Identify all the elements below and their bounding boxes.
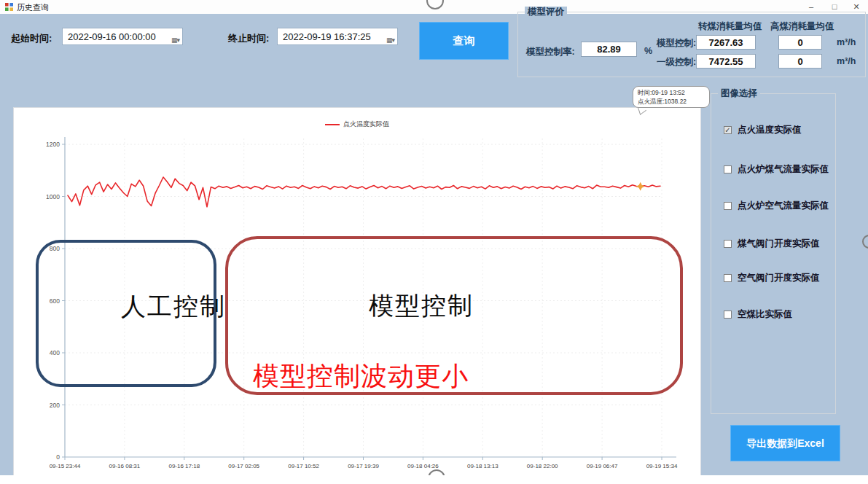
note-text: 模型控制波动更小: [253, 359, 469, 394]
start-time-value: 2022-09-16 00:00:00: [68, 31, 156, 42]
control-rate-unit: %: [644, 46, 652, 56]
end-time-value: 2022-09-19 16:37:25: [283, 31, 371, 42]
svg-text:09-17 19:39: 09-17 19:39: [348, 463, 379, 469]
manual-control-label: 人工控制: [121, 290, 226, 324]
image-selection-title: 图像选择: [718, 88, 760, 98]
window-title: 历史查询: [17, 2, 49, 13]
row1-unit: m³/h: [837, 37, 856, 47]
client-area: 起始时间: 2022-09-16 00:00:00 ▦▾ 终止时间: 2022-…: [0, 14, 868, 475]
end-time-label: 终止时间:: [228, 32, 269, 45]
checkbox-item[interactable]: ✓点火温度实际值: [724, 124, 802, 136]
image-selection-groupbox: 图像选择: [711, 93, 836, 414]
checkbox-label: 点火炉空气流量实际值: [738, 200, 829, 212]
bottom-strip: [0, 475, 868, 484]
row2-unit: m³/h: [837, 56, 856, 66]
svg-text:200: 200: [50, 402, 60, 409]
calendar-dropdown-icon[interactable]: ▦▾: [171, 31, 179, 49]
svg-text:09-16 17:18: 09-16 17:18: [168, 463, 200, 469]
checkbox-unchecked-icon[interactable]: [724, 311, 732, 319]
checkbox-checked-icon[interactable]: ✓: [724, 126, 732, 134]
start-time-label: 起始时间:: [11, 32, 52, 45]
query-button[interactable]: 查询: [419, 22, 509, 60]
checkbox-item[interactable]: 点火炉煤气流量实际值: [724, 163, 829, 176]
svg-text:0: 0: [56, 453, 60, 461]
row1-label: 模型控制:: [657, 37, 696, 50]
checkbox-item[interactable]: 点火炉空气流量实际值: [724, 200, 829, 212]
row2-value2[interactable]: 0: [778, 54, 822, 69]
control-rate-field[interactable]: 82.89: [581, 42, 637, 57]
edge-circle-right: [862, 235, 868, 249]
svg-text:09-17 02:05: 09-17 02:05: [228, 463, 259, 469]
row2-label: 一级控制:: [657, 56, 696, 69]
row1-value2[interactable]: 0: [778, 35, 822, 50]
col2-header: 高煤消耗量均值: [770, 20, 834, 33]
row1-value1[interactable]: 7267.63: [696, 35, 756, 50]
tooltip-value: 点火温度:1038.22: [638, 97, 705, 106]
checkbox-item[interactable]: 空气阀门开度实际值: [724, 272, 820, 284]
svg-text:09-17 10:52: 09-17 10:52: [288, 463, 319, 469]
export-excel-button[interactable]: 导出数据到Excel: [730, 425, 840, 461]
tooltip-time: 时间:09-19 13:52: [638, 88, 705, 97]
model-control-label: 模型控制: [369, 289, 474, 323]
checkbox-label: 点火炉煤气流量实际值: [738, 163, 829, 176]
svg-text:09-18 22:00: 09-18 22:00: [527, 463, 558, 469]
svg-text:1200: 1200: [46, 141, 60, 148]
svg-text:09-16 08:31: 09-16 08:31: [109, 463, 141, 469]
app-icon: [5, 3, 13, 11]
control-rate-label: 模型控制率:: [526, 46, 575, 58]
checkbox-unchecked-icon[interactable]: [724, 240, 732, 248]
svg-text:09-18 13:13: 09-18 13:13: [467, 463, 498, 469]
checkbox-label: 煤气阀门开度实际值: [738, 238, 820, 250]
svg-text:09-18 04:26: 09-18 04:26: [407, 463, 439, 469]
model-evaluation-title: 模型评价: [525, 7, 567, 17]
end-time-picker[interactable]: 2022-09-19 16:37:25 ▦▾: [277, 28, 398, 45]
svg-text:1000: 1000: [46, 193, 60, 200]
checkbox-unchecked-icon[interactable]: [724, 202, 732, 210]
svg-text:09-19 15:34: 09-19 15:34: [646, 463, 678, 469]
hover-marker-icon: [636, 182, 645, 191]
checkbox-label: 空煤比实际值: [738, 308, 792, 321]
checkbox-label: 空气阀门开度实际值: [738, 272, 820, 284]
checkbox-item[interactable]: 煤气阀门开度实际值: [724, 238, 820, 250]
checkbox-unchecked-icon[interactable]: [724, 165, 732, 173]
checkbox-label: 点火温度实际值: [738, 124, 802, 136]
calendar-dropdown-icon[interactable]: ▦▾: [386, 31, 394, 49]
svg-text:09-15 23:44: 09-15 23:44: [50, 463, 81, 469]
svg-text:09-19 06:47: 09-19 06:47: [587, 463, 618, 469]
hover-tooltip: 时间:09-19 13:52 点火温度:1038.22: [633, 86, 710, 108]
checkbox-item[interactable]: 空煤比实际值: [724, 308, 792, 321]
app-window: 历史查询 – □ ✕ 起始时间: 2022-09-16 00:00:00 ▦▾ …: [0, 0, 868, 484]
chart-panel[interactable]: 点火温度实际值 02004006008001000120009-15 23:44…: [13, 107, 701, 484]
start-time-picker[interactable]: 2022-09-16 00:00:00 ▦▾: [62, 28, 183, 45]
row2-value1[interactable]: 7472.55: [696, 54, 756, 69]
col1-header: 转煤消耗量均值: [698, 20, 762, 33]
checkbox-unchecked-icon[interactable]: [724, 274, 732, 282]
